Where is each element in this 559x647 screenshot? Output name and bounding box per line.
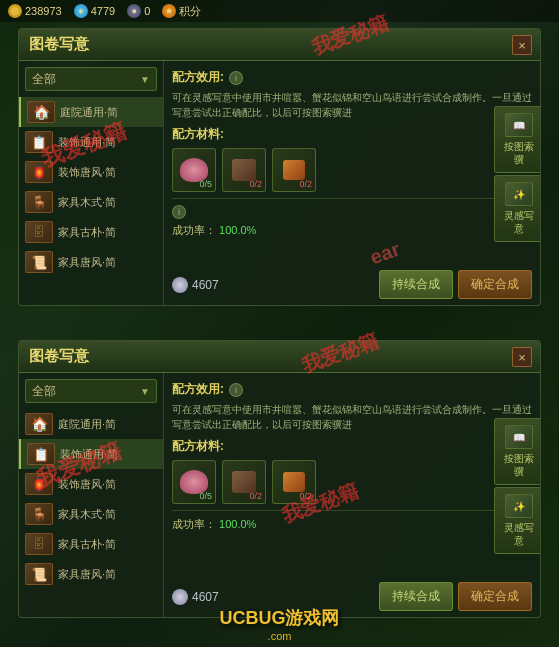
list-item-4-bottom[interactable]: 🪑 家具木式·简 bbox=[19, 499, 163, 529]
list-item-text-1-bottom: 庭院通用·简 bbox=[58, 417, 116, 431]
confirm-btn-bottom[interactable]: 确定合成 bbox=[458, 582, 532, 611]
success-rate-top: 成功率： 100.0% bbox=[172, 223, 532, 238]
ucbug-watermark: UCBUG游戏网 .com bbox=[220, 606, 340, 642]
list-item-thumb-3-bottom: 🏮 bbox=[25, 473, 53, 495]
list-item-thumb-2-top: 📋 bbox=[25, 131, 53, 153]
inspire-side-btn-top[interactable]: ✨ 灵感写意 bbox=[494, 175, 540, 242]
filter-dropdown-bottom[interactable]: 全部 ▼ bbox=[25, 379, 157, 403]
materials-section-top: 配方材料: 0/5 0/2 bbox=[172, 126, 532, 192]
info-icon-materials-top[interactable]: i bbox=[172, 205, 186, 219]
list-item-thumb-3-top: 🏮 bbox=[25, 161, 53, 183]
list-item-2-top[interactable]: 📋 装饰通用·简 bbox=[19, 127, 163, 157]
material-count-3-top: 0/2 bbox=[299, 179, 312, 189]
coin-icon-bottom bbox=[172, 589, 188, 605]
list-item-text-4-bottom: 家具木式·简 bbox=[58, 507, 116, 521]
list-item-thumb-5-top: 🗄 bbox=[25, 221, 53, 243]
success-value-bottom: 100.0% bbox=[219, 518, 256, 530]
materials-row-top: 0/5 0/2 0/2 bbox=[172, 148, 532, 192]
effect-header-bottom: 配方效用: i bbox=[172, 381, 532, 398]
left-list-bottom: 全部 ▼ 🏠 庭院通用·简 📋 装饰通用·简 🏮 装饰唐风·简 🪑 bbox=[19, 373, 164, 617]
list-item-6-bottom[interactable]: 📜 家具唐风·简 bbox=[19, 559, 163, 589]
effect-header-top: 配方效用: i bbox=[172, 69, 532, 86]
effect-title-bottom: 配方效用: bbox=[172, 381, 224, 398]
info-row-top: i bbox=[172, 205, 532, 219]
panel-title-top: 图卷写意 bbox=[29, 35, 89, 54]
effect-section-bottom: 配方效用: i 可在灵感写意中使用市井喧嚣、蟹花似锦和空山鸟语进行尝试合成制作。… bbox=[172, 381, 532, 432]
filter-dropdown-top[interactable]: 全部 ▼ bbox=[25, 67, 157, 91]
list-item-5-top[interactable]: 🗄 家具古朴·简 bbox=[19, 217, 163, 247]
materials-header-top: 配方材料: bbox=[172, 126, 532, 143]
list-item-text-5-top: 家具古朴·简 bbox=[58, 225, 116, 239]
coin-value-bottom: 4607 bbox=[192, 590, 219, 604]
dropdown-arrow-top: ▼ bbox=[140, 74, 150, 85]
list-item-6-top[interactable]: 📜 家具唐风·简 bbox=[19, 247, 163, 277]
action-buttons-bottom: 持续合成 确定合成 bbox=[379, 582, 532, 611]
close-button-bottom[interactable]: × bbox=[512, 347, 532, 367]
top-bar: ⬡ 238973 ♦ 4779 ● 0 ★ 积分 bbox=[0, 0, 559, 22]
inspire-btn-icon-top: ✨ bbox=[505, 182, 533, 206]
panel-title-bar-top: 图卷写意 × bbox=[19, 29, 540, 61]
info-icon-effect-top[interactable]: i bbox=[229, 71, 243, 85]
points-label: 积分 bbox=[179, 4, 201, 19]
coin-display-top: 4607 bbox=[172, 277, 219, 293]
panel-title-bar-bottom: 图卷写意 × bbox=[19, 341, 540, 373]
material-count-1-top: 0/5 bbox=[199, 179, 212, 189]
list-item-3-top[interactable]: 🏮 装饰唐风·简 bbox=[19, 157, 163, 187]
side-buttons-bottom: 📖 按图索骥 ✨ 灵感写意 bbox=[494, 418, 540, 554]
currency-gold: ⬡ 238973 bbox=[8, 4, 62, 18]
list-item-thumb-1-top: 🏠 bbox=[27, 101, 55, 123]
list-item-text-4-top: 家具木式·简 bbox=[58, 195, 116, 209]
success-rate-bottom: 成功率： 100.0% bbox=[172, 517, 532, 532]
gold-icon: ⬡ bbox=[8, 4, 22, 18]
effect-text-bottom: 可在灵感写意中使用市井喧嚣、蟹花似锦和空山鸟语进行尝试合成制作。一旦通过写意尝试… bbox=[172, 402, 532, 432]
list-item-thumb-5-bottom: 🗄 bbox=[25, 533, 53, 555]
list-item-text-6-bottom: 家具唐风·简 bbox=[58, 567, 116, 581]
material-3-top: 0/2 bbox=[272, 148, 316, 192]
inspire-side-btn-bottom[interactable]: ✨ 灵感写意 bbox=[494, 487, 540, 554]
filter-label-bottom: 全部 bbox=[32, 383, 56, 400]
coin-value-top: 4607 bbox=[192, 278, 219, 292]
top-panel: 图卷写意 × 全部 ▼ 🏠 庭院通用·简 📋 装饰通用·简 🏮 bbox=[18, 28, 541, 306]
materials-section-bottom: 配方材料: 0/5 0/2 bbox=[172, 438, 532, 504]
right-content-bottom: 📖 按图索骥 ✨ 灵感写意 配方效用: i 可在灵感写意中使用市井喧嚣、蟹花似锦… bbox=[164, 373, 540, 617]
gold-value: 238973 bbox=[25, 5, 62, 17]
coin-display-bottom: 4607 bbox=[172, 589, 219, 605]
currency-gem: ♦ 4779 bbox=[74, 4, 115, 18]
material-1-top: 0/5 bbox=[172, 148, 216, 192]
currency-zero: ● 0 bbox=[127, 4, 150, 18]
list-item-thumb-1-bottom: 🏠 bbox=[25, 413, 53, 435]
list-item-text-3-top: 装饰唐风·简 bbox=[58, 165, 116, 179]
list-item-thumb-6-bottom: 📜 bbox=[25, 563, 53, 585]
list-item-thumb-4-top: 🪑 bbox=[25, 191, 53, 213]
material-2-bottom: 0/2 bbox=[222, 460, 266, 504]
panel-title-bottom: 图卷写意 bbox=[29, 347, 89, 366]
inspire-btn-text-top: 灵感写意 bbox=[499, 209, 538, 235]
material-count-2-top: 0/2 bbox=[249, 179, 262, 189]
list-item-4-top[interactable]: 🪑 家具木式·简 bbox=[19, 187, 163, 217]
material-2-top: 0/2 bbox=[222, 148, 266, 192]
star-icon: ★ bbox=[162, 4, 176, 18]
list-item-3-bottom[interactable]: 🏮 装饰唐风·简 bbox=[19, 469, 163, 499]
panel-body-top: 全部 ▼ 🏠 庭院通用·简 📋 装饰通用·简 🏮 装饰唐风·简 🪑 bbox=[19, 61, 540, 305]
list-item-text-6-top: 家具唐风·简 bbox=[58, 255, 116, 269]
search-btn-text-top: 按图索骥 bbox=[499, 140, 538, 166]
ucbug-main-text: UCBUG游戏网 bbox=[220, 606, 340, 630]
close-button-top[interactable]: × bbox=[512, 35, 532, 55]
list-item-1-top[interactable]: 🏠 庭院通用·简 bbox=[19, 97, 163, 127]
continue-btn-bottom[interactable]: 持续合成 bbox=[379, 582, 453, 611]
material-count-1-bottom: 0/5 bbox=[199, 491, 212, 501]
list-item-thumb-2-bottom: 📋 bbox=[27, 443, 55, 465]
search-side-btn-top[interactable]: 📖 按图索骥 bbox=[494, 106, 540, 173]
list-item-5-bottom[interactable]: 🗄 家具古朴·简 bbox=[19, 529, 163, 559]
list-item-text-5-bottom: 家具古朴·简 bbox=[58, 537, 116, 551]
continue-btn-top[interactable]: 持续合成 bbox=[379, 270, 453, 299]
search-side-btn-bottom[interactable]: 📖 按图索骥 bbox=[494, 418, 540, 485]
dropdown-arrow-bottom: ▼ bbox=[140, 386, 150, 397]
game-container: ⬡ 238973 ♦ 4779 ● 0 ★ 积分 图卷写意 × 全部 ▼ bbox=[0, 0, 559, 647]
confirm-btn-top[interactable]: 确定合成 bbox=[458, 270, 532, 299]
search-btn-icon-top: 📖 bbox=[505, 113, 533, 137]
zero-icon: ● bbox=[127, 4, 141, 18]
info-icon-effect-bottom[interactable]: i bbox=[229, 383, 243, 397]
list-item-1-bottom[interactable]: 🏠 庭院通用·简 bbox=[19, 409, 163, 439]
list-item-2-bottom[interactable]: 📋 装饰通用·简 bbox=[19, 439, 163, 469]
